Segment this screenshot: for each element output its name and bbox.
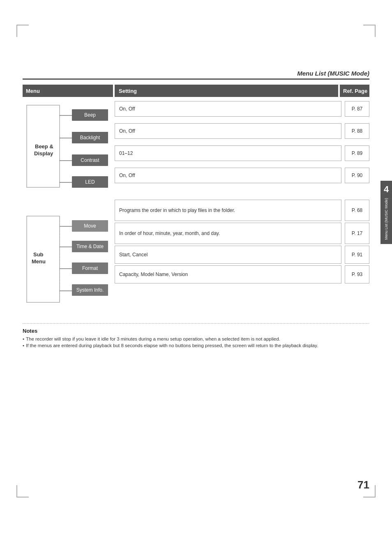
setting-sysinfo: Capacity, Model Name, Version [115,265,341,283]
side-tab-number: 4 [384,185,389,194]
page-number: 71 [357,479,369,491]
row-format: Start, Cancel P. 91 [115,246,369,264]
note-bullet-1: • [23,336,24,341]
corner-mark-tl [16,25,29,37]
row-beep: On, Off P. 87 [115,101,369,117]
svg-text:Format: Format [82,265,98,271]
setting-backlight: On, Off [115,123,341,139]
table-header: Menu Setting Ref. Page [23,85,369,97]
svg-text:Time & Date: Time & Date [76,244,104,249]
main-content: Menu List (MUSIC Mode) Menu Setting Ref.… [23,70,369,350]
corner-mark-bl [16,485,29,497]
svg-text:Display: Display [34,150,53,157]
setting-col: On, Off P. 87 On, Off P. 88 01–12 P. 89 … [115,101,369,316]
svg-text:Backlight: Backlight [80,135,100,140]
setting-led: On, Off [115,168,341,183]
ref-backlight: P. 88 [345,123,369,139]
ref-sysinfo: P. 93 [345,265,369,283]
row-move: Programs the order in which to play file… [115,200,369,221]
setting-format: Start, Cancel [115,246,341,264]
side-tab-label: Menu List (MUSIC Mode) [384,198,388,240]
svg-text:Move: Move [84,223,96,229]
side-tab: 4 Menu List (MUSIC Mode) [380,181,392,244]
setting-move: Programs the order in which to play file… [115,200,341,221]
row-led: On, Off P. 90 [115,168,369,183]
ref-format: P. 91 [345,246,369,264]
setting-timedate: In order of hour, minute, year, month, a… [115,223,341,244]
col-ref-header: Ref. Page [340,85,369,97]
row-timedate: In order of hour, minute, year, month, a… [115,223,369,244]
svg-text:Beep &: Beep & [35,143,53,150]
page-title: Menu List (MUSIC Mode) [23,70,369,80]
notes-section: Notes • The recorder will stop if you le… [23,323,369,348]
note-text-1: The recorder will stop if you leave it i… [26,336,280,341]
svg-text:Beep: Beep [84,112,96,118]
setting-beep: On, Off [115,101,341,117]
col-menu-header: Menu [23,85,113,97]
diagram-area: Beep & Display Beep Backlight [23,101,369,316]
svg-text:Sub: Sub [33,251,44,258]
ref-beep: P. 87 [345,101,369,117]
notes-title: Notes [23,328,369,334]
row-backlight: On, Off P. 88 [115,123,369,139]
row-contrast: 01–12 P. 89 [115,145,369,161]
corner-mark-tr [363,25,376,37]
ref-led: P. 90 [345,168,369,183]
note-item-2: • If the menus are entered during playba… [23,343,369,348]
menu-diagram: Beep & Display Beep Backlight [23,101,113,316]
ref-move: P. 68 [345,200,369,221]
note-item-1: • The recorder will stop if you leave it… [23,336,369,341]
svg-text:LED: LED [85,179,95,185]
note-text-2: If the menus are entered during playback… [26,343,318,348]
ref-contrast: P. 89 [345,145,369,161]
ref-timedate: P. 17 [345,223,369,244]
col-setting-header: Setting [115,85,338,97]
row-sysinfo: Capacity, Model Name, Version P. 93 [115,265,369,283]
setting-contrast: 01–12 [115,145,341,161]
svg-text:Contrast: Contrast [81,157,99,163]
svg-text:Menu: Menu [32,258,46,265]
svg-text:System Info.: System Info. [76,287,104,293]
note-bullet-2: • [23,343,24,348]
